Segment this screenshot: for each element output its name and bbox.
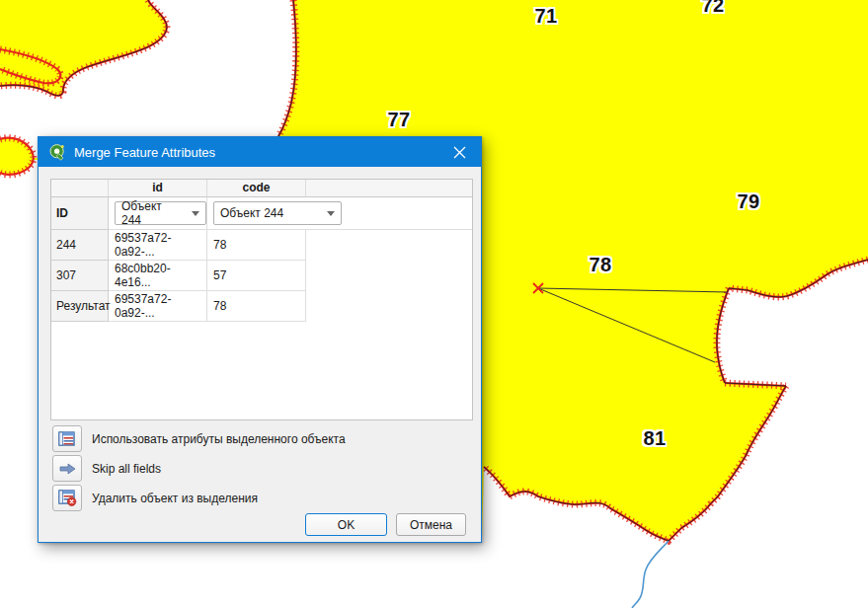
- dialog-button-row: OK Отмена: [305, 513, 466, 536]
- merge-attributes-table: id code ID Объект 244 Объект 244 244 695…: [50, 179, 473, 420]
- chevron-down-icon: [327, 211, 335, 216]
- table-row-result[interactable]: Результат 69537a72-0a92-... 78: [51, 291, 472, 322]
- id-policy-cell: Объект 244: [109, 197, 207, 230]
- cell-244-id[interactable]: 69537a72-0a92-...: [109, 230, 207, 261]
- cell-307-code[interactable]: 57: [207, 261, 306, 291]
- arrow-right-icon: [59, 463, 76, 475]
- row-header-244[interactable]: 244: [51, 230, 109, 261]
- close-button[interactable]: [437, 137, 481, 167]
- column-header-id: id: [109, 180, 207, 197]
- code-merge-policy-value: Объект 244: [220, 206, 283, 220]
- column-header-empty: [306, 180, 472, 197]
- column-header-rowid: [51, 180, 109, 197]
- skip-all-fields-label: Skip all fields: [92, 462, 161, 476]
- table-row-feature-244[interactable]: 244 69537a72-0a92-... 78: [51, 230, 472, 261]
- action-use-selected-attributes: Использовать атрибуты выделенного объект…: [52, 425, 346, 452]
- dialog-titlebar[interactable]: Merge Feature Attributes: [39, 137, 481, 167]
- id-merge-policy-value: Объект 244: [121, 199, 184, 227]
- remove-feature-button[interactable]: [52, 485, 82, 511]
- close-icon: [453, 146, 466, 159]
- cell-244-empty: [306, 230, 472, 261]
- table-attributes-icon: [58, 431, 76, 447]
- row-header-result[interactable]: Результат: [51, 291, 109, 322]
- qgis-logo-icon: [48, 143, 66, 161]
- row-header-id: ID: [51, 197, 109, 230]
- cell-result-empty: [306, 291, 472, 322]
- cell-307-id[interactable]: 68c0bb20-4e16...: [109, 261, 207, 291]
- cancel-button[interactable]: Отмена: [396, 513, 466, 536]
- table-row-merge-policy: ID Объект 244 Объект 244: [51, 197, 472, 230]
- column-header-code: code: [207, 180, 306, 197]
- action-skip-all-fields: Skip all fields: [52, 455, 161, 482]
- ok-button[interactable]: OK: [305, 513, 387, 536]
- use-selected-attributes-button[interactable]: [52, 425, 82, 452]
- action-remove-from-selection: Удалить объект из выделения: [52, 485, 258, 511]
- table-row-feature-307[interactable]: 307 68c0bb20-4e16... 57: [51, 261, 472, 291]
- code-policy-cell: Объект 244: [207, 197, 472, 230]
- code-merge-policy-combobox[interactable]: Объект 244: [213, 201, 342, 225]
- cell-307-empty: [306, 261, 472, 291]
- cell-result-code[interactable]: 78: [207, 291, 306, 322]
- use-selected-attributes-label: Использовать атрибуты выделенного объект…: [92, 432, 346, 446]
- skip-all-fields-button[interactable]: [52, 455, 82, 482]
- merge-feature-attributes-dialog: Merge Feature Attributes id code ID Объе…: [38, 136, 482, 543]
- row-header-307[interactable]: 307: [51, 261, 109, 291]
- id-merge-policy-combobox[interactable]: Объект 244: [115, 201, 206, 225]
- table-header-row: id code: [51, 180, 472, 197]
- qgis-map-screen: { "map": { "labels": [ {"text": "71"}, {…: [0, 0, 868, 608]
- chevron-down-icon: [192, 211, 199, 216]
- remove-feature-label: Удалить объект из выделения: [92, 492, 258, 505]
- cell-result-id[interactable]: 69537a72-0a92-...: [109, 291, 207, 322]
- cell-244-code[interactable]: 78: [207, 230, 306, 261]
- dialog-title: Merge Feature Attributes: [74, 145, 215, 160]
- table-remove-icon: [58, 490, 77, 506]
